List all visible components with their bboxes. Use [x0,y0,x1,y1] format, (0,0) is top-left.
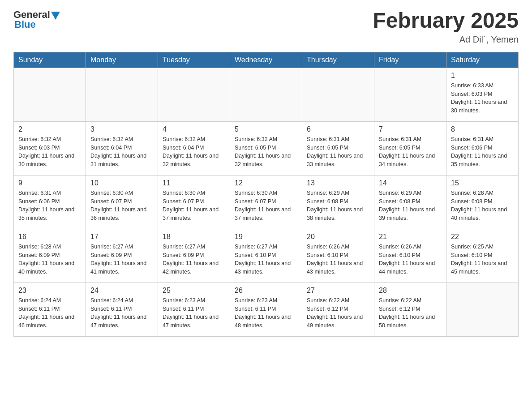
logo: General Blue [13,9,60,30]
location-label: Ad Dil`, Yemen [373,34,519,45]
day-info: Sunrise: 6:29 AMSunset: 6:08 PMDaylight:… [379,189,442,223]
calendar-cell: 19Sunrise: 6:27 AMSunset: 6:10 PMDayligh… [230,229,302,283]
calendar-table: SundayMondayTuesdayWednesdayThursdayFrid… [13,52,519,337]
day-number: 27 [307,287,369,295]
calendar-cell: 9Sunrise: 6:31 AMSunset: 6:06 PMDaylight… [14,175,86,229]
day-info: Sunrise: 6:32 AMSunset: 6:03 PMDaylight:… [18,135,81,169]
calendar-header-row: SundayMondayTuesdayWednesdayThursdayFrid… [14,52,519,68]
logo-triangle-icon [51,12,60,20]
calendar-cell: 6Sunrise: 6:31 AMSunset: 6:05 PMDaylight… [302,121,374,175]
day-number: 9 [18,179,81,187]
calendar-cell: 27Sunrise: 6:22 AMSunset: 6:12 PMDayligh… [302,283,374,336]
day-info: Sunrise: 6:27 AMSunset: 6:10 PMDaylight:… [235,243,297,276]
day-number: 13 [307,179,369,187]
day-info: Sunrise: 6:32 AMSunset: 6:04 PMDaylight:… [163,135,225,169]
calendar-cell: 20Sunrise: 6:26 AMSunset: 6:10 PMDayligh… [302,229,374,283]
calendar-cell: 18Sunrise: 6:27 AMSunset: 6:09 PMDayligh… [158,229,230,283]
day-number: 4 [163,125,225,133]
day-number: 19 [235,233,297,241]
day-info: Sunrise: 6:31 AMSunset: 6:05 PMDaylight:… [379,135,442,169]
day-number: 24 [90,287,153,295]
week-row-3: 9Sunrise: 6:31 AMSunset: 6:06 PMDaylight… [14,175,519,229]
day-info: Sunrise: 6:31 AMSunset: 6:05 PMDaylight:… [307,135,369,169]
calendar-cell: 14Sunrise: 6:29 AMSunset: 6:08 PMDayligh… [374,175,446,229]
day-info: Sunrise: 6:27 AMSunset: 6:09 PMDaylight:… [90,243,153,276]
day-number: 5 [235,125,297,133]
day-info: Sunrise: 6:25 AMSunset: 6:10 PMDaylight:… [451,243,514,276]
day-info: Sunrise: 6:27 AMSunset: 6:09 PMDaylight:… [163,243,225,276]
column-header-thursday: Thursday [302,52,374,68]
day-info: Sunrise: 6:31 AMSunset: 6:06 PMDaylight:… [451,135,514,169]
calendar-cell: 25Sunrise: 6:23 AMSunset: 6:11 PMDayligh… [158,283,230,336]
day-number: 17 [90,233,153,241]
day-number: 8 [451,125,514,133]
day-info: Sunrise: 6:28 AMSunset: 6:09 PMDaylight:… [18,243,81,276]
day-number: 23 [18,287,81,295]
day-number: 28 [379,287,442,295]
day-info: Sunrise: 6:30 AMSunset: 6:07 PMDaylight:… [235,189,297,223]
day-number: 3 [90,125,153,133]
column-header-saturday: Saturday [446,52,519,68]
week-row-1: 1Sunrise: 6:33 AMSunset: 6:03 PMDaylight… [14,68,519,121]
calendar-cell: 7Sunrise: 6:31 AMSunset: 6:05 PMDaylight… [374,121,446,175]
day-number: 20 [307,233,369,241]
calendar-cell [446,283,519,336]
calendar-cell: 26Sunrise: 6:23 AMSunset: 6:11 PMDayligh… [230,283,302,336]
calendar-cell [158,68,230,121]
day-info: Sunrise: 6:22 AMSunset: 6:12 PMDaylight:… [307,296,369,330]
day-number: 18 [163,233,225,241]
day-number: 1 [451,72,514,80]
week-row-2: 2Sunrise: 6:32 AMSunset: 6:03 PMDaylight… [14,121,519,175]
day-number: 11 [163,179,225,187]
calendar-cell: 28Sunrise: 6:22 AMSunset: 6:12 PMDayligh… [374,283,446,336]
calendar-cell: 1Sunrise: 6:33 AMSunset: 6:03 PMDaylight… [446,68,519,121]
day-number: 7 [379,125,442,133]
column-header-tuesday: Tuesday [158,52,230,68]
column-header-friday: Friday [374,52,446,68]
calendar-cell: 2Sunrise: 6:32 AMSunset: 6:03 PMDaylight… [14,121,86,175]
calendar-cell [86,68,158,121]
day-number: 26 [235,287,297,295]
day-number: 21 [379,233,442,241]
day-info: Sunrise: 6:26 AMSunset: 6:10 PMDaylight:… [307,243,369,276]
day-info: Sunrise: 6:24 AMSunset: 6:11 PMDaylight:… [90,296,153,330]
day-info: Sunrise: 6:32 AMSunset: 6:04 PMDaylight:… [90,135,153,169]
day-number: 14 [379,179,442,187]
day-info: Sunrise: 6:29 AMSunset: 6:08 PMDaylight:… [307,189,369,223]
day-info: Sunrise: 6:30 AMSunset: 6:07 PMDaylight:… [163,189,225,223]
month-title: February 2025 [373,9,519,33]
calendar-cell: 22Sunrise: 6:25 AMSunset: 6:10 PMDayligh… [446,229,519,283]
calendar-cell [230,68,302,121]
day-info: Sunrise: 6:24 AMSunset: 6:11 PMDaylight:… [18,296,81,330]
day-number: 15 [451,179,514,187]
day-number: 2 [18,125,81,133]
calendar-cell: 5Sunrise: 6:32 AMSunset: 6:05 PMDaylight… [230,121,302,175]
day-info: Sunrise: 6:26 AMSunset: 6:10 PMDaylight:… [379,243,442,276]
calendar-cell: 3Sunrise: 6:32 AMSunset: 6:04 PMDaylight… [86,121,158,175]
calendar-cell: 12Sunrise: 6:30 AMSunset: 6:07 PMDayligh… [230,175,302,229]
day-info: Sunrise: 6:31 AMSunset: 6:06 PMDaylight:… [18,189,81,223]
calendar-cell [302,68,374,121]
calendar-cell: 11Sunrise: 6:30 AMSunset: 6:07 PMDayligh… [158,175,230,229]
day-info: Sunrise: 6:33 AMSunset: 6:03 PMDaylight:… [451,81,514,115]
calendar-cell: 8Sunrise: 6:31 AMSunset: 6:06 PMDaylight… [446,121,519,175]
calendar-cell: 23Sunrise: 6:24 AMSunset: 6:11 PMDayligh… [14,283,86,336]
calendar-cell: 15Sunrise: 6:28 AMSunset: 6:08 PMDayligh… [446,175,519,229]
day-number: 10 [90,179,153,187]
day-number: 16 [18,233,81,241]
column-header-sunday: Sunday [14,52,86,68]
calendar-cell: 4Sunrise: 6:32 AMSunset: 6:04 PMDaylight… [158,121,230,175]
calendar-cell: 17Sunrise: 6:27 AMSunset: 6:09 PMDayligh… [86,229,158,283]
day-info: Sunrise: 6:28 AMSunset: 6:08 PMDaylight:… [451,189,514,223]
day-info: Sunrise: 6:30 AMSunset: 6:07 PMDaylight:… [90,189,153,223]
calendar-cell: 16Sunrise: 6:28 AMSunset: 6:09 PMDayligh… [14,229,86,283]
calendar-cell [14,68,86,121]
day-number: 25 [163,287,225,295]
page-header: General Blue February 2025 Ad Dil`, Yeme… [13,9,519,45]
column-header-wednesday: Wednesday [230,52,302,68]
title-section: February 2025 Ad Dil`, Yemen [373,9,519,45]
calendar-cell: 13Sunrise: 6:29 AMSunset: 6:08 PMDayligh… [302,175,374,229]
calendar-cell [374,68,446,121]
week-row-5: 23Sunrise: 6:24 AMSunset: 6:11 PMDayligh… [14,283,519,336]
column-header-monday: Monday [86,52,158,68]
